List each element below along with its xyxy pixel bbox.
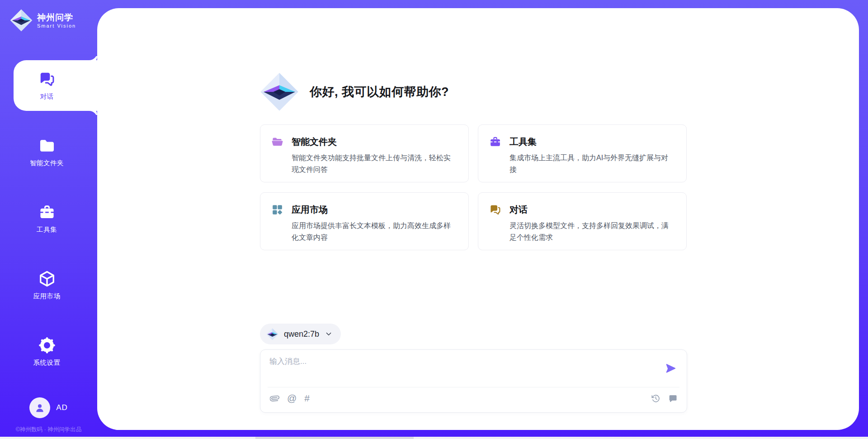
card-app-market[interactable]: 应用市场 应用市场提供丰富长文本模板，助力高效生成多样化文章内容 [260, 192, 469, 250]
model-selector[interactable]: qwen2:7b [260, 324, 341, 344]
folder-icon [38, 137, 56, 155]
card-smart-folder[interactable]: 智能文件夹 智能文件夹功能支持批量文件上传与清洗，轻松实现文件问答 [260, 124, 469, 182]
sidebar-item-toolset[interactable]: 工具集 [14, 193, 97, 244]
avatar [29, 397, 50, 418]
card-description: 集成市场上主流工具，助力AI与外界无缝扩展与对接 [509, 152, 675, 176]
composer-divider [268, 387, 679, 387]
greeting-block: 你好, 我可以如何帮助你? [260, 72, 449, 111]
brand-subtitle: Smart Vision [37, 23, 76, 29]
card-chat[interactable]: 对话 灵活切换多模型文件，支持多样回复效果调试，满足个性化需求 [478, 192, 687, 250]
sidebar-item-label: 应用市场 [33, 292, 61, 301]
horizontal-scrollbar[interactable] [0, 437, 868, 439]
model-name: qwen2:7b [284, 329, 319, 339]
card-description: 灵活切换多模型文件，支持多样回复效果调试，满足个性化需求 [509, 220, 675, 243]
sidebar-item-settings[interactable]: 系统设置 [14, 326, 97, 377]
folder-open-icon [271, 136, 283, 148]
message-composer: @ # [260, 349, 687, 413]
copyright-footer: ©神州数码 · 神州问学出品 [0, 426, 97, 434]
hash-icon[interactable]: # [304, 393, 310, 403]
model-logo-icon [266, 328, 278, 340]
user-profile[interactable]: AD [0, 397, 97, 418]
sidebar-item-label: 系统设置 [33, 358, 61, 367]
sidebar-nav: 对话 智能文件夹 工具集 应用市场 系统设置 [0, 60, 97, 377]
user-icon [34, 402, 46, 414]
send-icon[interactable] [665, 363, 677, 374]
cube-icon [38, 270, 56, 288]
card-toolset[interactable]: 工具集 集成市场上主流工具，助力AI与外界无缝扩展与对接 [478, 124, 687, 182]
composer-toolbar: @ # [269, 393, 678, 403]
message-input[interactable] [269, 356, 658, 382]
chevron-down-icon [325, 330, 333, 338]
card-description: 智能文件夹功能支持批量文件上传与清洗，轻松实现文件问答 [292, 152, 458, 176]
content-column: 你好, 我可以如何帮助你? 智能文件夹 智能文件夹功能支持批量文件上传与清洗，轻… [260, 8, 687, 430]
sidebar-item-smart-folder[interactable]: 智能文件夹 [14, 127, 97, 177]
card-title: 工具集 [509, 136, 537, 148]
sidebar-item-app-market[interactable]: 应用市场 [14, 260, 97, 310]
main-panel: 你好, 我可以如何帮助你? 智能文件夹 智能文件夹功能支持批量文件上传与清洗，轻… [97, 8, 859, 430]
toolbox-icon [38, 203, 56, 221]
paperclip-icon[interactable] [269, 393, 279, 403]
card-description: 应用市场提供丰富长文本模板，助力高效生成多样化文章内容 [292, 220, 458, 243]
sidebar-item-label: 对话 [40, 92, 54, 101]
user-name: AD [56, 403, 68, 412]
brand: 神州问学 Smart Vision [10, 9, 76, 32]
sidebar-item-chat[interactable]: 对话 [14, 60, 97, 111]
card-title: 应用市场 [292, 204, 328, 216]
greeting-text: 你好, 我可以如何帮助你? [310, 84, 449, 100]
sidebar: 神州问学 Smart Vision 对话 智能文件夹 工具集 应用市场 系统设置… [0, 0, 97, 439]
feature-cards: 智能文件夹 智能文件夹功能支持批量文件上传与清洗，轻松实现文件问答 工具集 集成… [260, 124, 687, 250]
briefcase-icon [489, 136, 501, 148]
chat-bubble-icon[interactable] [668, 393, 678, 403]
gear-icon [38, 336, 56, 354]
sidebar-item-label: 智能文件夹 [30, 159, 64, 167]
mention-icon[interactable]: @ [287, 393, 297, 403]
card-title: 对话 [509, 204, 528, 216]
brand-name: 神州问学 [37, 12, 76, 23]
card-title: 智能文件夹 [292, 136, 337, 148]
history-icon[interactable] [651, 393, 660, 403]
assistant-logo-icon [260, 72, 299, 111]
app-grid-icon [271, 204, 283, 216]
chat-icon [489, 204, 501, 216]
sidebar-item-label: 工具集 [37, 225, 57, 234]
brand-logo-icon [10, 9, 33, 32]
chat-icon [38, 70, 56, 88]
scrollbar-thumb[interactable] [255, 437, 414, 439]
